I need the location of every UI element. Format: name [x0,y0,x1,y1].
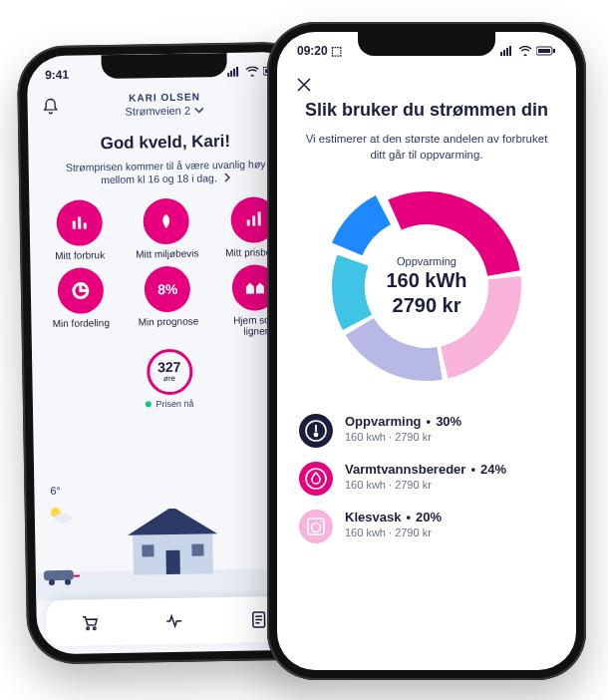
svg-rect-0 [227,73,229,77]
svg-rect-10 [247,220,250,226]
greeting: God kveld, Kari! [28,131,302,156]
tile-label: Mitt forbruk [55,249,105,261]
wifi-icon [245,66,259,76]
washer-icon [304,515,328,538]
legend-icon [299,462,333,496]
svg-rect-20 [191,543,203,555]
legend-text: Varmtvannsbereder•24%160 kwh · 2790 kr [345,462,506,491]
svg-rect-1 [230,71,232,77]
svg-rect-12 [258,212,261,226]
legend-title: Oppvarming•30% [345,414,461,429]
pie-icon [71,280,91,300]
svg-rect-19 [142,544,153,556]
chevron-down-icon [194,105,204,115]
tile-label: Mitt miljøbevis [136,248,199,261]
car-icon [42,564,82,587]
tab-invoice[interactable] [248,609,268,629]
legend-sub: 160 kwh · 2790 kr [345,479,506,491]
wifi-icon [518,46,532,56]
pulse-icon [163,611,183,631]
status-time: 9:41 [45,68,69,82]
donut-center-value: 160 kWh [386,269,466,292]
notch [358,32,495,56]
temperature: 6° [50,485,61,497]
tile-mitt-forbruk[interactable]: Mitt forbruk [35,199,124,262]
legend-sub: 160 kwh · 2790 kr [345,526,442,538]
page-subtitle: Vi estimerer at den største andelen av f… [305,131,548,163]
legend-icon [299,510,333,543]
donut-center: Oppvarming 160 kWh 2790 kr [317,176,536,396]
signal-icon [227,67,241,77]
svg-rect-8 [78,217,81,229]
svg-point-39 [320,521,322,523]
address-label: Strømveien 2 [125,105,190,118]
close-icon [295,76,313,94]
water-icon [304,467,328,491]
legend-text: Klesvask•20%160 kwh · 2790 kr [345,510,442,538]
svg-rect-33 [553,49,555,53]
donut-center-cost: 2790 kr [393,294,461,317]
legend-row[interactable]: Varmtvannsbereder•24%160 kwh · 2790 kr [299,462,554,496]
tile-min-fordeling[interactable]: Min fordeling [36,266,125,341]
close-button[interactable] [295,76,576,94]
status-icons [500,46,556,56]
tile-mitt-miljobevis[interactable]: Mitt miljøbevis [123,197,211,260]
svg-rect-30 [509,46,511,56]
tiles-grid: Mitt forbruk Mitt miljøbevis Mitt prisbe… [29,196,305,341]
svg-rect-29 [506,48,508,56]
tile-label: Min fordeling [53,317,110,329]
bell-icon [42,98,60,116]
document-icon [248,609,268,629]
legend-row[interactable]: Klesvask•20%160 kwh · 2790 kr [299,510,554,543]
page-title: Slik bruker du strømmen din [277,100,576,121]
price-value: 327 [157,360,181,374]
legend: Oppvarming•30%160 kwh · 2790 krVarmtvann… [299,414,554,543]
chevron-right-icon [223,173,231,182]
svg-point-35 [314,433,319,438]
legend-icon [299,414,333,448]
notifications-button[interactable] [42,98,60,116]
price-unit: øre [163,374,175,383]
svg-rect-9 [84,223,87,229]
price-now[interactable]: 327 øre Prisen nå [32,346,307,411]
svg-rect-7 [73,221,76,229]
legend-title: Varmtvannsbereder•24% [345,462,506,477]
svg-point-25 [93,627,96,630]
tile-label: Min prognose [139,315,199,328]
bars-icon [244,209,264,229]
cart-icon [79,612,99,632]
svg-rect-32 [538,49,550,53]
price-ring: 327 øre [146,348,192,395]
svg-rect-2 [233,69,235,77]
phone-breakdown: 09:20 ⬚ Slik bruker du strømmen din Vi e… [267,22,586,680]
price-alert-line2: mellom kl 16 og 18 i dag. [101,172,217,185]
signal-icon [500,46,514,56]
thermo-icon [304,419,328,443]
legend-text: Oppvarming•30%160 kwh · 2790 kr [345,414,461,443]
svg-rect-18 [165,550,179,574]
battery-icon [536,46,556,56]
svg-point-38 [312,524,321,532]
donut-center-label: Oppvarming [397,255,456,267]
percent-icon: 8% [145,265,191,312]
legend-title: Klesvask•20% [345,510,442,525]
houses-icon [244,277,266,297]
svg-marker-17 [127,507,216,535]
tab-usage[interactable] [163,611,183,631]
bars-icon [69,213,89,233]
svg-rect-28 [503,50,505,56]
status-time: 09:20 ⬚ [297,44,342,58]
tile-min-prognose[interactable]: 8% Min prognose [124,265,212,340]
tab-shop[interactable] [79,612,99,632]
svg-rect-11 [252,216,255,226]
legend-row[interactable]: Oppvarming•30%160 kwh · 2790 kr [299,414,554,448]
address-dropdown[interactable]: Strømveien 2 [28,103,302,120]
svg-rect-21 [44,570,74,581]
house-icon [117,507,227,581]
svg-point-24 [86,627,89,630]
notch [101,53,227,79]
leaf-icon [156,211,176,231]
price-label: Prisen nå [146,398,193,409]
legend-sub: 160 kwh · 2790 kr [345,431,461,443]
svg-rect-27 [500,52,502,56]
